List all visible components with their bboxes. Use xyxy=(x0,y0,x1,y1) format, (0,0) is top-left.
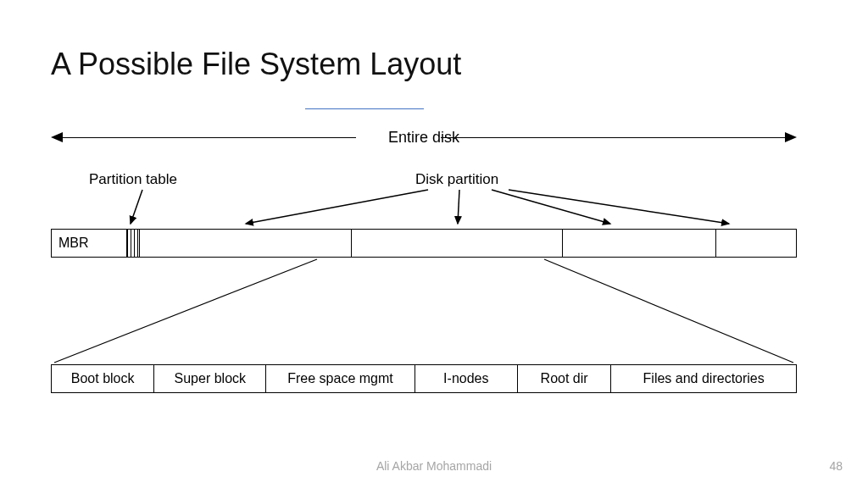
svg-line-2 xyxy=(458,190,459,224)
callout-arrows xyxy=(51,119,797,407)
root-dir-cell: Root dir xyxy=(518,365,611,392)
files-dirs-cell: Files and directories xyxy=(611,365,796,392)
arrow-right-icon xyxy=(785,132,797,142)
svg-line-6 xyxy=(544,259,793,363)
partition-1 xyxy=(140,230,352,257)
disk-partition-label: Disk partition xyxy=(415,171,498,188)
svg-line-4 xyxy=(509,190,729,224)
slide-title: A Possible File System Layout xyxy=(51,47,461,82)
free-space-cell: Free space mgmt xyxy=(266,365,415,392)
svg-line-5 xyxy=(54,259,317,363)
span-line-right xyxy=(441,137,788,138)
filesystem-diagram: Entire disk Partition table Disk partiti… xyxy=(51,119,797,407)
partition-2 xyxy=(352,230,564,257)
partition-table-label: Partition table xyxy=(89,171,177,188)
partition-4 xyxy=(716,230,796,257)
svg-line-0 xyxy=(131,190,142,224)
inodes-cell: I-nodes xyxy=(415,365,518,392)
partition-detail-bar: Boot block Super block Free space mgmt I… xyxy=(51,364,797,393)
footer-author: Ali Akbar Mohammadi xyxy=(0,459,868,473)
super-block-cell: Super block xyxy=(154,365,266,392)
svg-line-1 xyxy=(246,190,428,224)
footer-page-number: 48 xyxy=(829,459,843,473)
boot-block-cell: Boot block xyxy=(52,365,154,392)
partition-3 xyxy=(563,230,716,257)
disk-bar: MBR xyxy=(51,229,797,258)
title-divider xyxy=(305,108,424,109)
mbr-cell: MBR xyxy=(52,230,127,257)
partition-table-cell xyxy=(127,230,140,257)
svg-line-3 xyxy=(492,190,610,224)
